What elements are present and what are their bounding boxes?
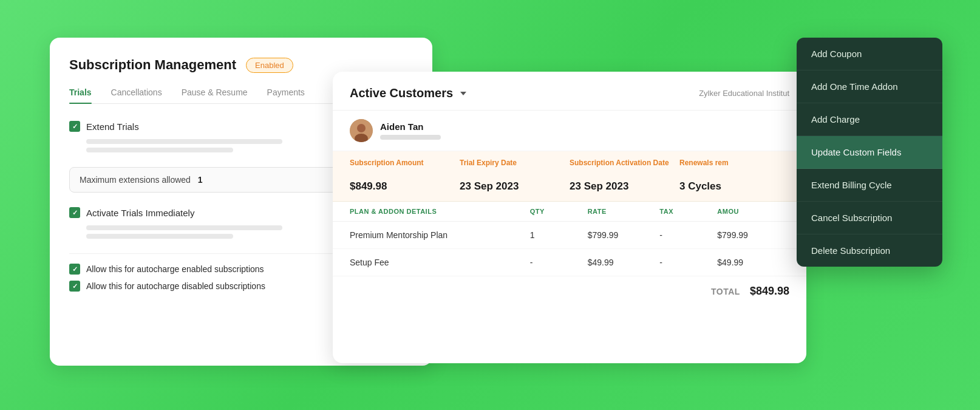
plan-col-tax: TAX (659, 208, 717, 215)
plan-col-amount: AMOU (717, 208, 789, 215)
dropdown-item-add-addon[interactable]: Add One Time Addon (797, 70, 942, 103)
extend-trials-checkbox[interactable] (69, 121, 80, 132)
dropdown-item-add-charge[interactable]: Add Charge (797, 103, 942, 136)
activate-trials-checkbox[interactable] (69, 207, 80, 218)
avatar-image (350, 119, 373, 142)
plan-tax-1: - (659, 230, 717, 240)
skeleton-line-1 (86, 139, 282, 144)
activate-trials-label: Activate Trials Immediately (86, 208, 194, 218)
sub-amount-value: $849.98 (350, 180, 460, 193)
total-value: $849.98 (750, 285, 789, 298)
plan-amount-2: $49.99 (717, 258, 789, 267)
plan-name-1: Premium Mentorship Plan (350, 230, 530, 240)
sub-renewals-value: 3 Cycles (679, 180, 789, 193)
enabled-badge: Enabled (246, 58, 293, 73)
subscription-details-values: $849.98 23 Sep 2023 23 Sep 2023 3 Cycles (333, 174, 806, 202)
sub-col-trial-expiry: Trial Expiry Date (460, 159, 570, 167)
sub-col-activation: Subscription Activation Date (570, 159, 679, 167)
plan-name-2: Setup Fee (350, 258, 530, 267)
customer-skeleton (380, 135, 441, 140)
plan-qty-2: - (530, 258, 588, 267)
card-title: Subscription Management (69, 57, 236, 73)
tab-trials[interactable]: Trials (69, 87, 92, 103)
avatar (350, 119, 373, 142)
svg-point-1 (357, 124, 366, 132)
plan-row-1: Premium Mentorship Plan 1 $799.99 - $799… (333, 222, 806, 249)
dropdown-menu: Add Coupon Add One Time Addon Add Charge… (797, 38, 942, 267)
customer-name: Aiden Tan (380, 121, 441, 132)
plan-qty-1: 1 (530, 230, 588, 240)
plan-col-details: PLAN & ADDON DETAILS (350, 208, 530, 215)
active-customers-title-text: Active Customers (350, 86, 453, 100)
autocharge-enabled-checkbox[interactable] (69, 264, 80, 275)
tab-cancellations[interactable]: Cancellations (111, 87, 162, 103)
sub-col-renewals: Renewals rem (679, 159, 789, 167)
extend-trials-label: Extend Trials (86, 121, 139, 132)
dropdown-item-delete-subscription[interactable]: Delete Subscription (797, 234, 942, 267)
plan-rate-2: $49.99 (588, 258, 660, 267)
customer-info: Aiden Tan (380, 121, 441, 140)
subscription-details-header: Subscription Amount Trial Expiry Date Su… (333, 151, 806, 174)
autocharge-enabled-label: Allow this for autocharge enabled subscr… (86, 264, 264, 274)
autocharge-disabled-label: Allow this for autocharge disabled subsc… (86, 281, 265, 291)
sub-col-amount: Subscription Amount (350, 159, 460, 167)
autocharge-disabled-checkbox[interactable] (69, 281, 80, 292)
dropdown-item-cancel-subscription[interactable]: Cancel Subscription (797, 202, 942, 234)
plan-row-2: Setup Fee - $49.99 - $49.99 (333, 249, 806, 276)
tab-payments[interactable]: Payments (267, 87, 305, 103)
skeleton-line-2 (86, 148, 233, 152)
dropdown-item-add-coupon[interactable]: Add Coupon (797, 38, 942, 70)
customer-row: Aiden Tan (333, 111, 806, 151)
max-extensions-value: 1 (198, 175, 203, 185)
chevron-down-icon[interactable] (460, 92, 466, 95)
card-header: Subscription Management Enabled (69, 57, 413, 73)
active-customers-card: Active Customers Zylker Educational Inst… (333, 72, 806, 363)
max-extensions-label: Maximum extensions allowed (80, 175, 191, 185)
tab-pause-resume[interactable]: Pause & Resume (182, 87, 248, 103)
dropdown-item-update-custom-fields[interactable]: Update Custom Fields (797, 136, 942, 169)
plan-table-header: PLAN & ADDON DETAILS QTY RATE TAX AMOU (333, 202, 806, 222)
sub-activation-value: 23 Sep 2023 (570, 180, 679, 193)
total-row: TOTAL $849.98 (333, 276, 806, 306)
skeleton-line-3 (86, 225, 282, 230)
total-label: TOTAL (711, 287, 740, 296)
plan-amount-1: $799.99 (717, 230, 789, 240)
page-background: Subscription Management Enabled Trials C… (0, 0, 980, 410)
sub-trial-value: 23 Sep 2023 (460, 180, 570, 193)
plan-col-qty: QTY (530, 208, 588, 215)
plan-rate-1: $799.99 (588, 230, 660, 240)
skeleton-line-4 (86, 234, 233, 239)
active-customers-header: Active Customers Zylker Educational Inst… (333, 72, 806, 111)
plan-col-rate: RATE (588, 208, 660, 215)
institution-name: Zylker Educational Institut (699, 89, 789, 98)
plan-tax-2: - (659, 258, 717, 267)
dropdown-item-extend-billing[interactable]: Extend Billing Cycle (797, 169, 942, 202)
active-customers-title: Active Customers (350, 86, 466, 100)
